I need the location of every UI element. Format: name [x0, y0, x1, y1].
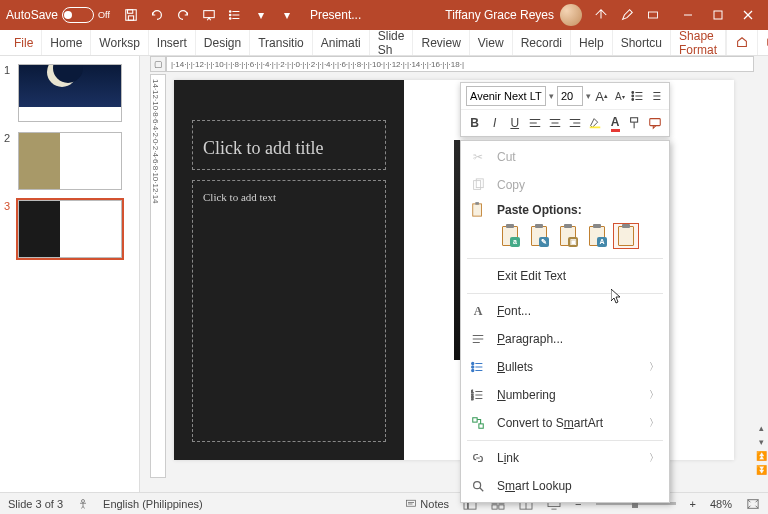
tab-shortcuts[interactable]: Shortcu — [613, 30, 671, 55]
share-button[interactable] — [726, 30, 757, 55]
align-center-icon[interactable] — [546, 113, 563, 133]
chevron-right-icon: 〉 — [649, 451, 659, 465]
svg-rect-33 — [407, 500, 416, 506]
menu-smart-lookup[interactable]: Smart Lookup — [461, 472, 669, 500]
underline-icon[interactable]: U — [506, 113, 523, 133]
ruler-corner[interactable]: ▢ — [150, 56, 166, 72]
paste-keep-text-only[interactable]: A — [584, 223, 610, 249]
menu-link[interactable]: Link 〉 — [461, 444, 669, 472]
prev-slide-icon[interactable]: ⏫ — [755, 450, 767, 462]
quick-access-toolbar: ▾ ▾ — [120, 4, 298, 26]
tab-workspace[interactable]: Worksp — [91, 30, 148, 55]
slide-indicator[interactable]: Slide 3 of 3 — [8, 498, 63, 510]
language-indicator[interactable]: English (Philippines) — [103, 498, 203, 510]
comments-button[interactable] — [757, 30, 768, 55]
zoom-in-button[interactable]: + — [690, 498, 696, 510]
save-icon[interactable] — [120, 4, 142, 26]
maximize-button[interactable] — [704, 4, 732, 26]
accessibility-button[interactable] — [77, 498, 89, 510]
align-left-icon[interactable] — [526, 113, 543, 133]
svg-rect-9 — [714, 11, 722, 19]
menu-copy: Copy — [461, 171, 669, 199]
list-icon[interactable] — [224, 4, 246, 26]
new-comment-icon[interactable] — [647, 113, 664, 133]
autosave-control[interactable]: AutoSave Off — [6, 7, 110, 23]
minimize-button[interactable] — [674, 4, 702, 26]
numbering-icon[interactable] — [649, 86, 664, 106]
font-family-combo[interactable] — [466, 86, 546, 106]
scroll-up-icon[interactable]: ▴ — [755, 422, 767, 434]
more-qat-icon[interactable]: ▾ — [276, 4, 298, 26]
body-placeholder[interactable]: Click to add text — [192, 180, 386, 442]
pen-icon[interactable] — [616, 4, 638, 26]
tab-slideshow[interactable]: Slide Sh — [370, 30, 414, 55]
tab-view[interactable]: View — [470, 30, 513, 55]
increase-font-icon[interactable]: A▴ — [594, 86, 609, 106]
format-painter-icon[interactable] — [627, 113, 644, 133]
decrease-font-icon[interactable]: A▾ — [612, 86, 627, 106]
slide-thumbnail-3[interactable] — [18, 200, 122, 258]
slide-thumbnail-2[interactable] — [18, 132, 122, 190]
font-color-icon[interactable]: A — [607, 113, 624, 133]
horizontal-ruler[interactable]: |·14·|·|·12·|·|·10·|·|·8·|·|·6·|·|·4·|·|… — [166, 56, 754, 72]
sort-icon[interactable]: ▾ — [250, 4, 272, 26]
chevron-right-icon: 〉 — [649, 388, 659, 402]
font-size-combo[interactable] — [557, 86, 583, 106]
menu-paste-header: Paste Options: — [461, 199, 669, 221]
tab-insert[interactable]: Insert — [149, 30, 196, 55]
paste-picture[interactable]: ▣ — [555, 223, 581, 249]
slide-thumbnail-1[interactable] — [18, 64, 122, 122]
svg-point-5 — [229, 14, 230, 15]
tab-recording[interactable]: Recordi — [513, 30, 571, 55]
bullets-icon[interactable] — [631, 86, 646, 106]
present-icon[interactable] — [198, 4, 220, 26]
svg-rect-1 — [127, 10, 132, 14]
svg-point-25 — [472, 369, 474, 371]
autosave-toggle[interactable] — [62, 7, 94, 23]
user-account[interactable]: Tiffany Grace Reyes — [445, 4, 582, 26]
tab-help[interactable]: Help — [571, 30, 613, 55]
menu-convert-smartart[interactable]: Convert to SmartArt 〉 — [461, 409, 669, 437]
scroll-down-icon[interactable]: ▾ — [755, 436, 767, 448]
numbering-menu-icon: 123 — [469, 388, 487, 402]
vertical-scrollbar[interactable]: ▴ ▾ ⏫ ⏬ — [754, 74, 768, 478]
menu-exit-edit-text[interactable]: Exit Edit Text — [461, 262, 669, 290]
tab-transitions[interactable]: Transitio — [250, 30, 313, 55]
svg-point-4 — [229, 11, 230, 12]
align-right-icon[interactable] — [566, 113, 583, 133]
bold-icon[interactable]: B — [466, 113, 483, 133]
title-placeholder[interactable]: Click to add title — [192, 120, 386, 170]
highlight-icon[interactable] — [587, 113, 604, 133]
paste-special[interactable] — [613, 223, 639, 249]
italic-icon[interactable]: I — [486, 113, 503, 133]
paste-keep-source-formatting[interactable]: ✎ — [526, 223, 552, 249]
tab-shape-format[interactable]: Shape Format — [671, 30, 726, 55]
undo-icon[interactable] — [146, 4, 168, 26]
fit-to-window-icon[interactable] — [746, 498, 760, 510]
redo-icon[interactable] — [172, 4, 194, 26]
tab-review[interactable]: Review — [413, 30, 469, 55]
zoom-level[interactable]: 48% — [710, 498, 732, 510]
share-icon[interactable] — [590, 4, 612, 26]
vertical-ruler[interactable]: 14·12·10·8·6·4·2·0·2·4·6·8·10·12·14 — [150, 74, 166, 478]
notes-button[interactable]: Notes — [405, 498, 449, 510]
tab-animations[interactable]: Animati — [313, 30, 370, 55]
close-button[interactable] — [734, 4, 762, 26]
svg-point-31 — [474, 482, 481, 489]
tab-file[interactable]: File — [6, 30, 42, 55]
menu-paragraph[interactable]: Paragraph... — [461, 325, 669, 353]
ribbon-display-icon[interactable] — [642, 4, 664, 26]
menu-bullets[interactable]: Bullets 〉 — [461, 353, 669, 381]
paste-use-destination-theme[interactable]: a — [497, 223, 523, 249]
title-bar: AutoSave Off ▾ ▾ Present... Tiffany Grac… — [0, 0, 768, 30]
tab-design[interactable]: Design — [196, 30, 250, 55]
next-slide-icon[interactable]: ⏬ — [755, 464, 767, 476]
thumb-number: 1 — [4, 64, 14, 122]
svg-rect-38 — [492, 504, 497, 508]
tab-home[interactable]: Home — [42, 30, 91, 55]
cut-icon: ✂ — [469, 150, 487, 164]
menu-font[interactable]: A FFont...ont... — [461, 297, 669, 325]
svg-point-24 — [472, 366, 474, 368]
menu-numbering[interactable]: 123 Numbering 〉 — [461, 381, 669, 409]
svg-rect-21 — [473, 204, 482, 216]
